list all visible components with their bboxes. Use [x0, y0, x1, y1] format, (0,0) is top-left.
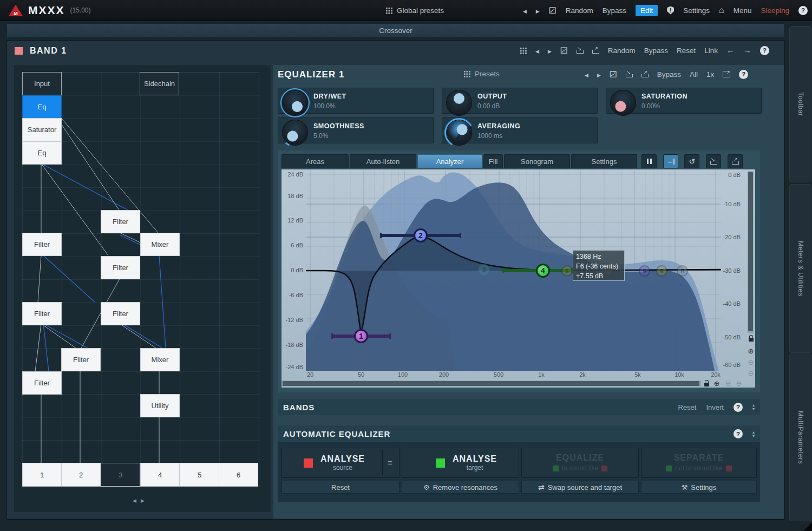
swap-source-target-button[interactable]: Swap source and target	[521, 481, 639, 494]
saturation-control[interactable]: SATURATION 0.00%	[606, 88, 762, 114]
settings-button[interactable]: Settings	[683, 6, 710, 15]
random-button[interactable]: Random	[566, 6, 593, 15]
zoom-out-icon[interactable]	[735, 379, 743, 388]
next-button[interactable]	[597, 69, 601, 79]
band-link-button[interactable]: Link	[704, 47, 718, 55]
averaging-control[interactable]: AVERAGING 1000 ms	[442, 117, 598, 143]
smoothness-control[interactable]: SMOOTHNESS 5.0%	[278, 117, 434, 143]
eq-point-2[interactable]: 2	[414, 228, 428, 242]
output-3[interactable]: 3	[101, 463, 140, 487]
band-color-swatch[interactable]	[15, 47, 23, 55]
node-filter[interactable]: Filter	[61, 348, 101, 371]
smoothness-knob[interactable]	[280, 118, 310, 147]
band-random-button[interactable]: Random	[608, 47, 636, 55]
node-mixer[interactable]: Mixer	[140, 348, 180, 371]
output-5[interactable]: 5	[180, 463, 219, 487]
menu-button[interactable]: Menu	[734, 6, 752, 15]
eq-point-4[interactable]: 4	[536, 264, 550, 278]
resize-handle[interactable]	[803, 522, 812, 531]
zoom-in-icon[interactable]	[746, 346, 755, 355]
analyse-source-button[interactable]: ANALYSE source	[281, 448, 400, 478]
scroll-left-icon[interactable]	[133, 498, 136, 503]
tab-auto-listen[interactable]: Auto-listen	[350, 154, 416, 168]
collapse-toggle-icon[interactable]	[752, 430, 755, 438]
help-icon[interactable]: ?	[734, 403, 743, 412]
dice-icon[interactable]	[560, 45, 568, 56]
pause-button[interactable]	[641, 154, 657, 168]
global-presets-button[interactable]: Global presets	[385, 6, 444, 15]
tab-sonogram[interactable]: Sonogram	[504, 154, 570, 168]
node-sidechain[interactable]: Sidechain	[140, 72, 179, 95]
output-2[interactable]: 2	[61, 463, 101, 487]
band-reset-button[interactable]: Reset	[677, 47, 696, 55]
edit-button[interactable]: Edit	[636, 5, 658, 16]
export-icon[interactable]	[641, 71, 649, 77]
help-icon[interactable]: ?	[760, 46, 769, 55]
crossover-bar[interactable]: Crossover	[6, 23, 785, 38]
dice-icon[interactable]	[610, 69, 617, 80]
resize-icon[interactable]	[723, 71, 730, 77]
help-icon[interactable]: ?	[798, 6, 808, 15]
band-bypass-button[interactable]: Bypass	[644, 47, 668, 55]
normalize-button[interactable]	[663, 154, 678, 168]
eq-point-9[interactable]: 9	[639, 265, 650, 277]
tab-fill[interactable]: Fill	[483, 154, 503, 168]
grid-icon[interactable]	[520, 47, 527, 54]
bands-invert-button[interactable]: Invert	[706, 403, 724, 411]
eq-point-6[interactable]: 6	[656, 265, 667, 277]
forward-arrow-icon[interactable]	[743, 45, 751, 55]
saturation-knob[interactable]	[608, 88, 638, 117]
scroll-right-icon[interactable]	[141, 498, 145, 503]
zoom-out-icon[interactable]	[746, 358, 755, 366]
output-6[interactable]: 6	[219, 463, 258, 487]
tab-multiparameters[interactable]: MultiParameters	[789, 353, 811, 521]
tab-settings[interactable]: Settings	[571, 154, 637, 168]
import-analysis-button[interactable]	[706, 154, 721, 168]
node-filter[interactable]: Filter	[101, 210, 140, 233]
node-input[interactable]: Input	[22, 72, 62, 95]
node-mixer[interactable]: Mixer	[140, 233, 180, 256]
zoom-out-icon[interactable]	[724, 379, 732, 388]
zoom-out-icon[interactable]	[746, 369, 755, 377]
alert-shield-icon[interactable]	[667, 6, 674, 15]
separate-button[interactable]: SEPARATE not to sound like	[641, 448, 757, 478]
graph-vertical-scrollbar-thumb[interactable]	[748, 172, 753, 331]
graph-scroll-arrows[interactable]	[133, 498, 145, 503]
collapse-toggle-icon[interactable]	[752, 403, 755, 411]
node-eq-selected[interactable]: Eq	[22, 95, 62, 119]
remove-resonances-button[interactable]: Remove resonances	[402, 481, 519, 494]
output-knob[interactable]	[444, 88, 474, 117]
zoom-in-icon[interactable]	[712, 379, 721, 388]
reset-analysis-button[interactable]	[684, 154, 699, 168]
node-filter[interactable]: Filter	[101, 256, 140, 279]
import-icon[interactable]	[577, 47, 584, 54]
bypass-button[interactable]: Bypass	[603, 6, 626, 15]
preset-prev-button[interactable]	[523, 5, 527, 15]
source-menu-button[interactable]	[382, 450, 397, 475]
bands-reset-button[interactable]: Reset	[678, 403, 697, 411]
prev-button[interactable]	[535, 45, 539, 55]
import-icon[interactable]	[626, 71, 633, 77]
averaging-knob[interactable]	[444, 118, 474, 147]
node-eq[interactable]: Eq	[22, 141, 62, 165]
graph-horizontal-scrollbar-thumb[interactable]	[283, 381, 699, 386]
export-icon[interactable]	[592, 47, 599, 54]
help-icon[interactable]: ?	[739, 70, 748, 79]
node-filter[interactable]: Filter	[22, 302, 62, 325]
tab-toolbar[interactable]: Toolbar	[789, 26, 811, 182]
lock-icon[interactable]	[702, 379, 711, 388]
tab-areas[interactable]: Areas	[281, 154, 349, 168]
back-arrow-icon[interactable]	[726, 45, 735, 55]
auto-eq-settings-button[interactable]: Settings	[641, 481, 757, 494]
eq-presets-button[interactable]: Presets	[463, 70, 500, 78]
eq-scale-button[interactable]: 1x	[706, 70, 714, 78]
node-filter[interactable]: Filter	[22, 371, 62, 395]
prev-button[interactable]	[585, 69, 588, 79]
output-1[interactable]: 1	[22, 463, 62, 487]
eq-point-8[interactable]: 8	[677, 265, 688, 277]
drywet-control[interactable]: DRY/WET 100.0%	[278, 88, 434, 114]
analyse-target-button[interactable]: ANALYSE target	[402, 448, 519, 478]
sleeping-status[interactable]: Sleeping	[761, 6, 789, 15]
lock-icon[interactable]	[746, 334, 755, 343]
eq-point-1[interactable]: 1	[354, 329, 368, 343]
